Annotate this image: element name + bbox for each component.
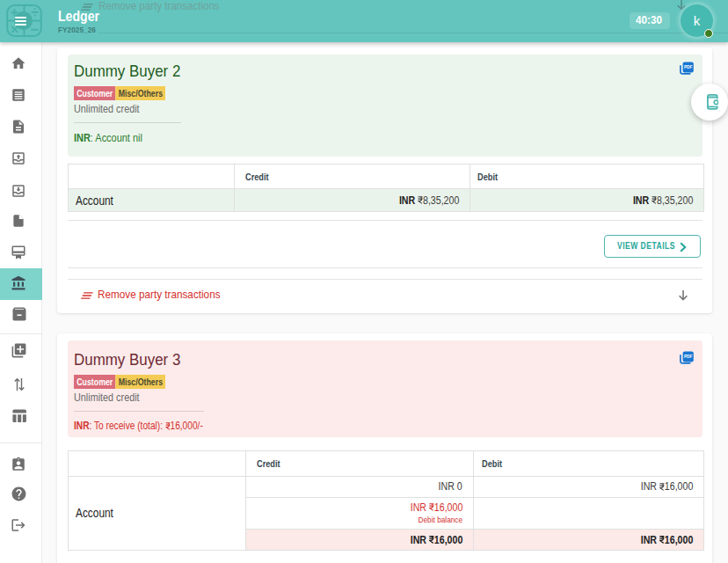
svg-text:PDF: PDF	[684, 65, 693, 69]
svg-text:PDF: PDF	[684, 355, 693, 359]
